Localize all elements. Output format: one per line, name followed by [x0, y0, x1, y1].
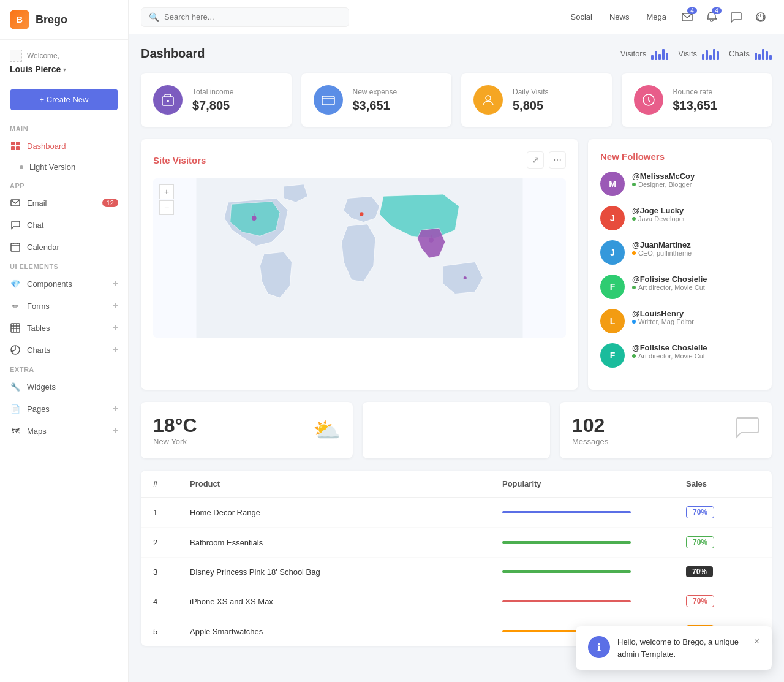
- mini-bar: [717, 51, 719, 60]
- sidebar: B Brego Welcome, Louis Pierce ▾ + Create…: [0, 0, 129, 682]
- sidebar-item-components[interactable]: 💎 Components +: [0, 273, 128, 295]
- follower-info: @LouisHenry Writter, Mag Editor: [632, 309, 694, 333]
- more-options-button[interactable]: ⋯: [549, 151, 566, 169]
- income-value: $7,805: [192, 99, 233, 113]
- row-product: Home Decor Range: [190, 508, 502, 517]
- follower-role: CEO, puffintheme: [632, 249, 692, 257]
- weather-info: 18°C New York: [153, 414, 197, 446]
- chat-button[interactable]: [725, 6, 747, 28]
- sidebar-header: B Brego: [0, 0, 128, 40]
- sidebar-item-dashboard[interactable]: Dashboard: [0, 135, 128, 157]
- sidebar-item-label: Widgets: [27, 382, 56, 392]
- row-num: 3: [153, 567, 190, 577]
- visits-label: Daily Visits: [513, 88, 548, 96]
- income-info: Total income $7,805: [192, 88, 233, 113]
- row-num: 4: [153, 597, 190, 606]
- nav-link-mega[interactable]: Mega: [639, 9, 674, 25]
- stat-card-visits: Daily Visits 5,805: [461, 73, 612, 127]
- sidebar-item-label: Chat: [27, 221, 43, 230]
- col-header-product: Product: [190, 479, 502, 488]
- sidebar-item-tables[interactable]: Tables +: [0, 317, 128, 339]
- user-name: Louis Pierce: [10, 64, 61, 74]
- follower-info: @MelissaMcCoy Designer, Blogger: [632, 172, 695, 196]
- sales-badge-container: 70%: [686, 536, 760, 548]
- sidebar-item-label: Maps: [27, 426, 47, 436]
- expand-icon: +: [113, 322, 118, 333]
- svg-rect-1: [16, 142, 20, 145]
- expand-button[interactable]: ⤢: [527, 151, 544, 169]
- col-header-popularity: Popularity: [502, 479, 686, 488]
- stats-tabs: Visitors Visits: [620, 48, 772, 60]
- sidebar-item-widgets[interactable]: 🔧 Widgets: [0, 376, 128, 398]
- stats-tab-chats[interactable]: Chats: [729, 48, 772, 60]
- weather-city: New York: [153, 437, 197, 446]
- follower-avatar: J: [600, 206, 625, 230]
- section-label-extra: Extra: [0, 361, 128, 376]
- chevron-down-icon: ▾: [63, 66, 66, 73]
- weather-widget: 18°C New York ⛅: [141, 402, 353, 458]
- follower-role: Art director, Movie Cut: [632, 284, 707, 291]
- sidebar-item-label: Light Version: [29, 162, 75, 172]
- popularity-bar: [502, 600, 631, 602]
- bell-button[interactable]: 4: [701, 6, 723, 28]
- sidebar-item-calendar[interactable]: Calendar: [0, 236, 128, 258]
- products-table: # Product Popularity Sales 1 Home Decor …: [141, 471, 772, 646]
- svg-point-16: [360, 212, 364, 216]
- toast-close-button[interactable]: ×: [754, 636, 760, 647]
- svg-point-12: [486, 96, 491, 100]
- search-box[interactable]: 🔍: [141, 7, 349, 27]
- stats-tab-visitors[interactable]: Visitors: [620, 48, 668, 60]
- expand-icon: +: [113, 300, 118, 311]
- mini-bar: [666, 53, 668, 60]
- section-label-app: App: [0, 177, 128, 192]
- sidebar-item-forms[interactable]: ✏ Forms +: [0, 295, 128, 317]
- message-icon: [735, 415, 760, 445]
- stat-card-bounce: Bounce rate $13,651: [622, 73, 772, 127]
- calendar-icon: [10, 241, 21, 252]
- status-dot: [632, 286, 636, 289]
- col-header-sales: Sales: [686, 479, 760, 488]
- follower-name: @Joge Lucky: [632, 206, 685, 215]
- expense-value: $3,651: [353, 99, 398, 113]
- create-new-button[interactable]: + Create New: [10, 89, 118, 110]
- follower-name: @JuanMartinez: [632, 240, 692, 249]
- sidebar-item-light-version[interactable]: Light Version: [0, 157, 128, 177]
- col-header-num: #: [153, 479, 190, 488]
- table-header: # Product Popularity Sales: [141, 471, 772, 498]
- sidebar-item-maps[interactable]: 🗺 Maps +: [0, 420, 128, 442]
- mini-bar: [713, 49, 715, 60]
- follower-role: Art director, Movie Cut: [632, 352, 707, 360]
- sidebar-item-label: Forms: [27, 301, 50, 311]
- visits-mini-chart: [702, 48, 719, 60]
- user-welcome-text: Welcome,: [27, 51, 59, 60]
- sidebar-item-email[interactable]: Email 12: [0, 192, 128, 214]
- stats-tab-visits[interactable]: Visits: [678, 48, 719, 60]
- sidebar-item-label: Pages: [27, 404, 50, 414]
- bell-badge: 4: [712, 7, 722, 14]
- stat-card-income: Total income $7,805: [141, 73, 292, 127]
- nav-link-social[interactable]: Social: [564, 9, 600, 25]
- sidebar-item-charts[interactable]: Charts +: [0, 339, 128, 361]
- follower-name: @Folisise Chosielie: [632, 343, 707, 352]
- svg-rect-5: [11, 243, 20, 251]
- nav-link-news[interactable]: News: [602, 9, 637, 25]
- mail-button[interactable]: 4: [676, 6, 698, 28]
- follower-role: Designer, Blogger: [632, 181, 695, 188]
- list-item: J @Joge Lucky Java Developer: [600, 206, 760, 230]
- income-icon: [153, 85, 183, 115]
- power-button[interactable]: [750, 6, 772, 28]
- page-title: Dashboard: [141, 47, 205, 61]
- email-badge: 12: [102, 199, 118, 207]
- sidebar-item-pages[interactable]: 📄 Pages +: [0, 398, 128, 420]
- row-num: 2: [153, 538, 190, 547]
- user-name-row[interactable]: Louis Pierce ▾: [10, 64, 118, 74]
- sidebar-item-chat[interactable]: Chat: [0, 214, 128, 236]
- svg-point-18: [464, 276, 467, 279]
- table-row: 1 Home Decor Range 70%: [141, 498, 772, 528]
- search-input[interactable]: [164, 12, 341, 21]
- zoom-out-button[interactable]: −: [159, 200, 174, 215]
- zoom-in-button[interactable]: +: [159, 184, 174, 199]
- visitors-label: Visitors: [620, 49, 646, 58]
- status-dot: [632, 354, 636, 358]
- user-avatar: [10, 50, 22, 62]
